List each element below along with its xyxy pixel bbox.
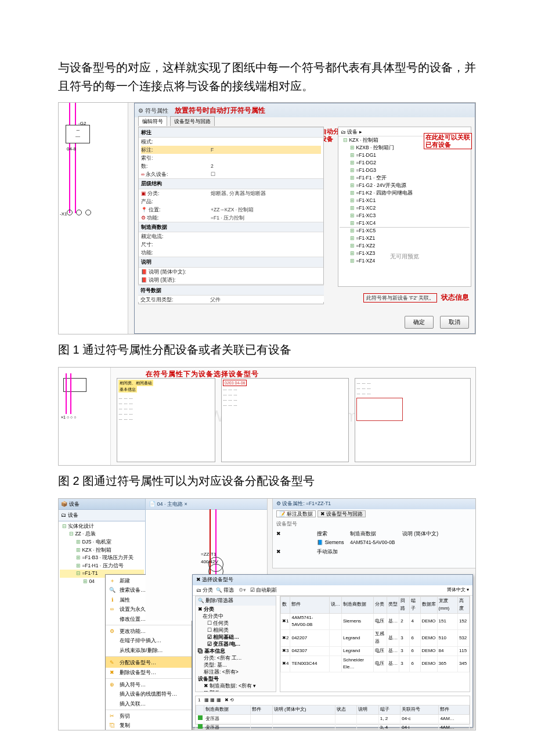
tab-device-model[interactable]: 设备型号与回路	[170, 116, 215, 126]
tab-model-circuit[interactable]: ✖ 设备型号与回路	[317, 510, 366, 517]
group-header: 制造商数据	[139, 222, 323, 232]
group-header: 标注	[139, 127, 323, 138]
preview-area: 无可用预览	[340, 227, 470, 285]
wire-line	[69, 103, 70, 213]
tab-annotation-data[interactable]: 📝 标注及数据	[276, 510, 316, 517]
tree-item[interactable]: 实体化设计	[60, 523, 144, 531]
figure-2: WWW · bdocx · com ×1 ○ ○ ○ 在符号属性下为设备选择设备…	[58, 367, 476, 466]
symbol-data-section: 符号数据 交叉引用类型:父件	[138, 285, 324, 302]
gear-icon[interactable]: ⚙▾	[239, 587, 246, 593]
device-box: ∼—	[66, 125, 90, 143]
canvas-tab[interactable]: 📄 04 · 主电路 ×	[146, 499, 267, 510]
device-tree-panel: 🗂 设备 ▸ 在此处可以关联 已有设备 KZX · 控制箱KZXB · 控制箱门…	[338, 127, 471, 287]
figure-1: -G2 ∼— 04-8 -X1 ⚙ 符号属性 放置符号时自动打开符号属性 编辑符…	[58, 102, 476, 334]
context-menu-item[interactable]: ✎分配设备型号…	[106, 656, 192, 667]
tree-item[interactable]: =F1·DG1	[338, 152, 471, 159]
device-properties-pane: ⚙ 设备属性: =F1+ZZ-T1 📝 标注及数据 ✖ 设备型号与回路 设备型号…	[272, 499, 475, 568]
auto-refresh-checkbox[interactable]: 自动刷新	[250, 587, 277, 593]
table-row[interactable]: 变压器3, 404·i4AM…	[196, 723, 470, 730]
filter-field[interactable]: 类型: 基…	[196, 661, 276, 668]
filter-class-item[interactable]: 变压器/电…	[196, 640, 276, 647]
terminal-dot	[67, 210, 73, 215]
tree-item[interactable]: =F1·XC1	[338, 197, 471, 204]
context-menu-item[interactable]: ⚙更改功能…	[106, 625, 192, 636]
dialog-tabs: 编辑符号 设备型号与回路	[138, 116, 216, 126]
schematic-x1: -X1	[60, 211, 67, 218]
schematic-ref: 04-8	[67, 146, 76, 153]
pane-header: 📦 设备	[59, 499, 145, 510]
fig2-panel-detail: … … …… … …… … …	[355, 378, 471, 462]
model-selector-dialog: ✖ 选择设备型号 🗂 分类 🔍 筛选 ⚙▾ 自动刷新 简体中文 ▾ 🔍 删除/筛…	[192, 574, 473, 728]
annotation-title: 放置符号时自动打开符号属性	[175, 106, 265, 114]
properties-header: ⚙ 设备属性: =F1+ZZ-T1	[273, 499, 475, 509]
dialog-buttons: 确定 取消	[400, 316, 469, 329]
wire-line	[75, 103, 76, 213]
context-menu-item[interactable]: 插入关联…	[106, 699, 192, 708]
context-menu-item[interactable]: 在端子排中插入…	[106, 636, 192, 645]
status-row: 此符号将与新设备 'F2' 关联。 状态信息	[363, 292, 469, 303]
tab-edit-symbol[interactable]: 编辑符号	[138, 116, 167, 126]
figure-1-caption: 图 1 通过符号属性分配设备或者关联已有设备	[58, 340, 476, 359]
filter-field[interactable]: 标注器: <所有>	[196, 668, 276, 675]
context-menu-item[interactable]: 从线束添加/删除…	[106, 646, 192, 655]
tree-item[interactable]: =F1·DG3	[338, 167, 471, 174]
dialog-title-row: ⚙ 符号属性 放置符号时自动打开符号属性	[138, 105, 265, 116]
tab-filter[interactable]: 🔍 筛选	[216, 587, 234, 593]
terminal-dot	[76, 210, 82, 215]
tree-item[interactable]: =F1·F1 · 空开	[338, 174, 471, 182]
tree-item[interactable]: DJS · 电机室	[60, 538, 144, 546]
tree-item[interactable]: =F1·K2 · 四路中间继电器	[338, 189, 471, 197]
table-row[interactable]: ✖14AM5741-5AV00-0BSiemens电压基…24DEMO15115…	[281, 613, 470, 630]
fig2-panel-list: 0203 04-08 … … …… … …… … …… … …	[221, 378, 349, 462]
tree-item[interactable]: ZZ · 总装	[60, 530, 144, 538]
tree-item[interactable]: =F1·H1 · 压力信号	[60, 562, 144, 570]
table-row[interactable]: ✖4TEN003C44Schneider Ele…电压基…36DEMO36534…	[281, 656, 470, 672]
group-header: 层级结构	[139, 178, 323, 189]
tree-item[interactable]: =F1·XC3	[338, 212, 471, 219]
context-menu-item[interactable]: ⊕插入符号…	[106, 678, 192, 689]
group-header: 说明	[139, 257, 323, 267]
tree-item[interactable]: =F1·XC2	[338, 204, 471, 212]
tree-item[interactable]: =F1·B3 · 现场压力开关	[60, 554, 144, 562]
context-menu-item[interactable]: ✖删除设备型号…	[106, 668, 192, 677]
tree-item[interactable]: =F1·XC4	[338, 219, 471, 227]
table-row[interactable]: ✖2042207Legrand互感器基…36DEMO510532	[281, 630, 470, 647]
tree-item[interactable]: KZX · 控制箱	[60, 546, 144, 555]
figure-3: 📦 设备 🗂 设备 实体化设计ZZ · 总装DJS · 电机室KZX · 控制箱…	[58, 498, 476, 730]
filter-class-item[interactable]: 相间类	[196, 627, 276, 633]
language-selector[interactable]: 简体中文 ▾	[447, 586, 469, 594]
annotation-associate: 在此处可以关联 已有设备	[424, 133, 472, 149]
schematic-area: -G2 ∼— 04-8 -X1	[59, 103, 128, 334]
results-table[interactable]: 数部件说…制造商数据分类类型回路端子数据库宽度 (mm)高度✖14AM5741-…	[280, 596, 470, 692]
context-menu-item[interactable]: ✂剪切	[106, 710, 192, 721]
filter-class-item[interactable]: 任何类	[196, 620, 276, 627]
dialog-title: 符号属性	[145, 107, 168, 114]
tree-item[interactable]: =F1·DG2	[338, 159, 471, 167]
tab-classify[interactable]: 🗂 分类	[196, 587, 213, 593]
body-paragraph: 与设备型号的对应，这样就实现了图纸中每一个符号都代表有具体型号的设备，并且符号的…	[58, 58, 476, 95]
figure-2-caption: 图 2 图通过符号属性可以为对应设备分配设备型号	[58, 471, 476, 490]
cancel-button[interactable]: 取消	[440, 316, 469, 329]
filter-field[interactable]: ✖ 部件:	[196, 689, 276, 692]
selector-toolbar: 🗂 分类 🔍 筛选 ⚙▾ 自动刷新	[193, 585, 472, 596]
filter-field[interactable]: ✖ 制造商数据: <所有 ▾	[196, 682, 276, 689]
annotation-status: 状态信息	[441, 293, 469, 301]
symbol-properties-dialog: ⚙ 符号属性 放置符号时自动打开符号属性 编辑符号 设备型号与回路 自动 手动 …	[134, 103, 475, 334]
selector-header: ✖ 选择设备型号	[193, 575, 472, 585]
table-row[interactable]: ✖3042307Legrand电压基…36DEMO84115	[281, 646, 470, 656]
filter-class-item[interactable]: 相间基础…	[196, 633, 276, 640]
status-text: 此符号将与新设备 'F2' 关联。	[363, 293, 438, 303]
context-menu-item[interactable]: ⿻复制	[106, 721, 192, 730]
selection-summary: 1 ▦ ▦ ▦ ✖ ⟲ 制造商数据部件说明 (简体中文)状态说明端子关联符号部件…	[195, 696, 470, 725]
ok-button[interactable]: 确定	[405, 316, 434, 329]
fig2-schematic: ×1 ○ ○ ○	[59, 368, 111, 465]
fig2-panel-properties: 相间类、相间基础 基本信息 … … …… … …… … …… … …… … …	[117, 378, 215, 462]
property-grid[interactable]: 标注 模式: 标注:F 索引: 数:2 ∞永久设备:☐ 层级结构 ▣分类:熔断器…	[138, 127, 324, 304]
filter-panel[interactable]: 🔍 删除/筛选器 ✖ 分类 在分类中 任何类相间类相间基础…变压器/电… ⿻ 基…	[195, 596, 276, 692]
terminal-dot	[85, 210, 91, 215]
tree-item[interactable]: =F1·G2 · 24V开关电源	[338, 182, 471, 189]
filter-field[interactable]: 分类: <所有 工…	[196, 654, 276, 661]
table-row[interactable]: 变压器1, 204·c4AM…	[196, 714, 470, 723]
context-menu-item[interactable]: 插入设备的线缆图符号…	[106, 689, 192, 699]
